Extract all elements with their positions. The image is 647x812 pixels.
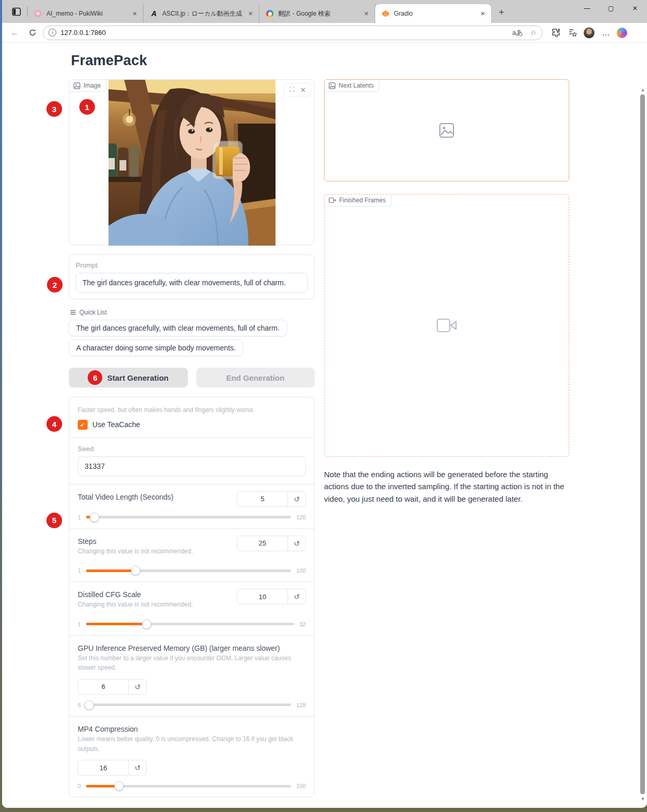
mp4-compression-slider[interactable] bbox=[86, 785, 291, 787]
annotation-badge-4: 4 bbox=[46, 416, 62, 432]
tab-gradio[interactable]: Gradio ✕ bbox=[375, 4, 491, 23]
minimize-button[interactable]: — bbox=[575, 0, 599, 17]
annotation-badge-6: 6 bbox=[88, 370, 102, 385]
prompt-input[interactable]: The girl dances gracefully, with clear m… bbox=[76, 273, 308, 293]
tab-close-icon[interactable]: ✕ bbox=[478, 9, 487, 18]
cfg-slider[interactable] bbox=[86, 623, 294, 625]
image-icon bbox=[329, 82, 336, 89]
page-scrollbar[interactable]: ▲ ▼ bbox=[639, 86, 646, 803]
teacache-info: Faster speed, but often makes hands and … bbox=[78, 405, 306, 415]
quick-list-item[interactable]: A character doing some simple body movem… bbox=[69, 340, 243, 356]
reset-icon[interactable]: ↺ bbox=[287, 536, 305, 551]
gpu-memory-slider[interactable] bbox=[86, 704, 291, 706]
slider-max: 120 bbox=[296, 514, 306, 520]
image-icon bbox=[74, 82, 80, 89]
slider-thumb[interactable] bbox=[85, 700, 94, 710]
finished-frames-panel: Finished Frames bbox=[324, 194, 569, 457]
steps-slider[interactable] bbox=[86, 569, 291, 572]
mp4-compression-section: MP4 Compression Lower means better quali… bbox=[69, 716, 314, 797]
reset-icon[interactable]: ↺ bbox=[287, 492, 305, 506]
reset-icon[interactable]: ↺ bbox=[287, 589, 305, 604]
window-controls: — ▢ ✕ bbox=[575, 0, 647, 23]
more-menu-icon[interactable]: … bbox=[600, 27, 612, 39]
image-upload-component[interactable]: Image 1 ⛶ ✕ bbox=[69, 79, 315, 245]
generation-buttons: 6 Start Generation End Generation bbox=[69, 368, 315, 387]
slider-thumb[interactable] bbox=[142, 620, 151, 629]
quick-list: 3 Quick List The girl dances gracefully,… bbox=[69, 309, 315, 359]
next-latents-panel: Next Latents bbox=[324, 79, 569, 181]
tab-title: ASCII.jp：ローカル動画生成AIの革命 bbox=[162, 9, 242, 18]
maximize-button[interactable]: ▢ bbox=[599, 0, 623, 17]
translate-icon[interactable]: aあ bbox=[511, 28, 525, 38]
uploaded-image[interactable] bbox=[109, 80, 275, 246]
tab-ascii[interactable]: A ASCII.jp：ローカル動画生成AIの革命 ✕ bbox=[143, 4, 259, 23]
image-placeholder-icon bbox=[439, 123, 454, 138]
end-generation-button[interactable]: End Generation bbox=[196, 368, 315, 387]
scroll-up-icon[interactable]: ▲ bbox=[640, 87, 645, 92]
steps-section: Steps Changing this value is not recomme… bbox=[69, 528, 314, 582]
tab-pukiwiki[interactable]: AI_memo - PukiWiki ✕ bbox=[28, 4, 143, 23]
clear-image-icon[interactable]: ✕ bbox=[298, 84, 308, 95]
refresh-button[interactable] bbox=[25, 26, 40, 40]
tab-close-icon[interactable]: ✕ bbox=[246, 9, 255, 18]
steps-info: Changing this value is not recommended. bbox=[78, 547, 193, 556]
video-length-slider[interactable] bbox=[86, 516, 291, 518]
extensions-icon[interactable] bbox=[550, 27, 561, 39]
video-length-input[interactable]: 5 bbox=[237, 492, 287, 506]
slider-max: 100 bbox=[296, 783, 306, 789]
site-info-icon[interactable]: i bbox=[49, 29, 56, 37]
gpu-memory-section: GPU Inference Preserved Memory (GB) (lar… bbox=[69, 635, 314, 716]
list-icon bbox=[70, 309, 76, 316]
slider-min: 0 bbox=[78, 783, 81, 789]
seed-input[interactable]: 31337 bbox=[78, 456, 306, 476]
collections-icon[interactable] bbox=[567, 27, 578, 39]
video-placeholder-icon bbox=[436, 318, 457, 333]
annotation-badge-3: 3 bbox=[46, 101, 62, 117]
scrollbar-thumb[interactable] bbox=[640, 94, 645, 794]
tab-close-icon[interactable]: ✕ bbox=[362, 9, 370, 18]
slider-thumb[interactable] bbox=[114, 781, 124, 791]
video-icon bbox=[329, 197, 336, 203]
cfg-input[interactable]: 10 bbox=[237, 589, 287, 604]
teacache-checkbox[interactable]: ✓ bbox=[78, 420, 88, 430]
tab-actions-menu-icon[interactable] bbox=[7, 4, 25, 19]
quick-list-item[interactable]: The girl dances gracefully, with clear m… bbox=[69, 320, 287, 336]
profile-avatar[interactable] bbox=[583, 27, 595, 39]
slider-thumb[interactable] bbox=[131, 566, 140, 575]
cfg-label: Distilled CFG Scale bbox=[78, 589, 193, 599]
tab-title: Gradio bbox=[394, 10, 474, 17]
reset-icon[interactable]: ↺ bbox=[128, 680, 146, 694]
mp4-compression-input[interactable]: 16 bbox=[78, 760, 128, 775]
tab-google-search[interactable]: 翻訳 - Google 検索 ✕ bbox=[259, 4, 375, 23]
tab-title: AI_memo - PukiWiki bbox=[46, 10, 126, 17]
gpu-memory-label: GPU Inference Preserved Memory (GB) (lar… bbox=[78, 643, 306, 652]
scroll-down-icon[interactable]: ▼ bbox=[640, 796, 645, 802]
new-tab-button[interactable]: ＋ bbox=[494, 4, 509, 19]
teacache-section: 4 Faster speed, but often makes hands an… bbox=[69, 397, 314, 438]
mp4-compression-info: Lower means better quality. 0 is uncompr… bbox=[78, 734, 306, 754]
favorite-star-icon[interactable]: ☆ bbox=[529, 29, 538, 37]
steps-input[interactable]: 25 bbox=[237, 536, 287, 551]
back-button[interactable]: ← bbox=[7, 26, 22, 40]
copilot-icon[interactable] bbox=[617, 28, 627, 38]
sampling-note: Note that the ending actions will be gen… bbox=[324, 468, 569, 505]
gpu-memory-info: Set this number to a larger value if you… bbox=[78, 653, 302, 673]
ascii-favicon: A bbox=[150, 9, 158, 18]
annotation-badge-1: 1 bbox=[79, 99, 95, 115]
slider-max: 128 bbox=[296, 702, 306, 708]
slider-thumb[interactable] bbox=[90, 513, 99, 522]
page-title: FramePack bbox=[71, 53, 572, 69]
window-close-button[interactable]: ✕ bbox=[623, 0, 647, 17]
prompt-label: Prompt bbox=[76, 261, 308, 269]
image-label: Image bbox=[69, 80, 106, 92]
tab-close-icon[interactable]: ✕ bbox=[130, 9, 139, 18]
video-length-label: Total Video Length (Seconds) bbox=[78, 491, 173, 501]
reset-icon[interactable]: ↺ bbox=[128, 760, 146, 775]
start-generation-button[interactable]: 6 Start Generation bbox=[69, 368, 188, 387]
address-bar[interactable]: i 127.0.0.1:7860 aあ ☆ bbox=[43, 26, 543, 40]
gpu-memory-input[interactable]: 6 bbox=[78, 680, 128, 694]
mp4-compression-label: MP4 Compression bbox=[78, 723, 306, 733]
fullscreen-icon[interactable]: ⛶ bbox=[286, 84, 297, 95]
browser-toolbar: ← i 127.0.0.1:7860 aあ ☆ … bbox=[2, 23, 647, 43]
url-text[interactable]: 127.0.0.1:7860 bbox=[61, 29, 507, 37]
